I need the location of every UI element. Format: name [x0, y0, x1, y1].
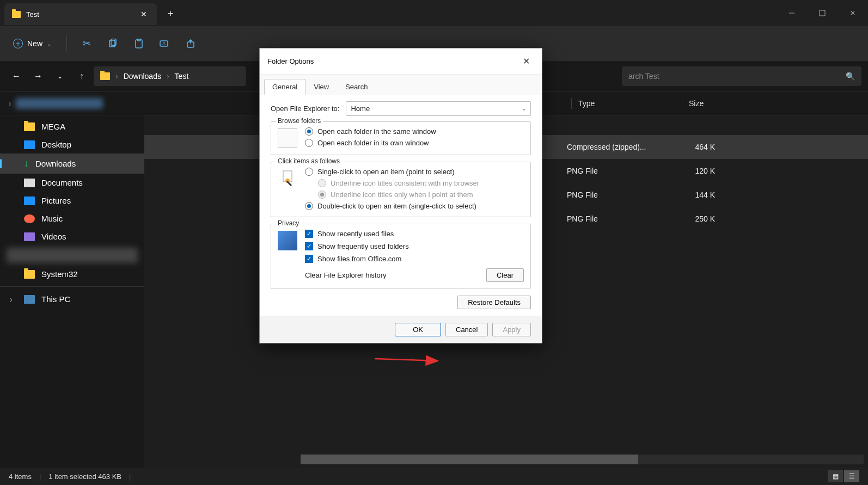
cut-icon[interactable]: ✂ [76, 33, 97, 54]
tab-view[interactable]: View [305, 79, 337, 95]
cancel-button[interactable]: Cancel [445, 323, 488, 336]
search-icon: 🔍 [846, 72, 855, 81]
open-to-label: Open File Explorer to: [271, 105, 339, 113]
clear-history-label: Clear File Explorer history [305, 271, 387, 279]
dialog-footer: OK Cancel Apply [260, 316, 542, 343]
music-icon [24, 214, 35, 223]
click-items-group: Click items as follows Single-click to o… [271, 162, 531, 217]
search-placeholder: arch Test [628, 72, 659, 81]
sidebar-item-thispc[interactable]: This PC [0, 290, 144, 308]
column-size[interactable]: Size [689, 99, 738, 108]
dialog-titlebar: Folder Options ✕ [260, 48, 542, 75]
svg-text:A: A [162, 41, 166, 46]
blurred-name [16, 98, 103, 109]
sidebar-item-documents[interactable]: Documents [0, 174, 144, 192]
new-label: New [27, 39, 42, 48]
breadcrumb[interactable]: › Downloads › Test [94, 66, 246, 86]
window-controls: ✕ [777, 0, 868, 26]
back-button[interactable]: ← [7, 66, 26, 86]
clear-button[interactable]: Clear [486, 268, 524, 282]
maximize-button[interactable] [807, 0, 838, 26]
column-type[interactable]: Type [578, 99, 682, 108]
folder-options-dialog: Folder Options ✕ General View Search Ope… [259, 48, 542, 343]
sidebar-item-videos[interactable]: Videos [0, 228, 144, 245]
dialog-body: Open File Explorer to: Home ⌄ Browse fol… [260, 95, 542, 316]
svg-rect-1 [820, 10, 825, 16]
close-tab-icon[interactable]: ✕ [138, 8, 149, 21]
apply-button[interactable]: Apply [492, 323, 531, 336]
horizontal-scrollbar[interactable] [301, 455, 864, 464]
sidebar-item-mega[interactable]: MEGA [0, 118, 144, 136]
restore-defaults-button[interactable]: Restore Defaults [457, 296, 531, 309]
new-button[interactable]: + New ⌄ [7, 34, 58, 53]
paste-icon[interactable] [128, 33, 150, 54]
folder-icon [24, 122, 35, 131]
browse-folders-group: Browse folders Open each folder in the s… [271, 121, 531, 155]
rename-icon[interactable]: A [154, 33, 176, 54]
checkbox-icon: ✓ [305, 255, 313, 263]
chevron-down-icon: ⌄ [47, 41, 51, 47]
check-recent-files[interactable]: ✓Show recently used files [305, 230, 524, 238]
dialog-title: Folder Options [267, 57, 314, 65]
privacy-icon [278, 231, 297, 250]
sidebar-item-desktop[interactable]: Desktop [0, 136, 144, 154]
view-thumbnails-button[interactable]: ▦ [828, 470, 843, 482]
sidebar-item-downloads[interactable]: ↓Downloads [0, 154, 144, 174]
sidebar-item-pictures[interactable]: Pictures [0, 192, 144, 210]
documents-icon [24, 179, 35, 187]
radio-single-click[interactable]: Single-click to open an item (point to s… [305, 168, 479, 176]
check-frequent-folders[interactable]: ✓Show frequently used folders [305, 242, 524, 250]
item-count: 4 items [9, 472, 32, 481]
radio-icon [305, 139, 313, 147]
forward-button[interactable]: → [28, 66, 48, 86]
ok-button[interactable]: OK [395, 323, 441, 336]
download-icon: ↓ [24, 158, 29, 169]
radio-underline-point: Underline icon titles only when I point … [318, 191, 479, 199]
radio-same-window[interactable]: Open each folder in the same window [305, 127, 436, 136]
checkbox-icon: ✓ [305, 242, 313, 250]
sidebar-item-music[interactable]: Music [0, 210, 144, 228]
copy-icon[interactable] [102, 33, 124, 54]
chevron-down-icon: ⌄ [522, 106, 526, 112]
radio-icon [318, 179, 326, 187]
open-to-select[interactable]: Home ⌄ [346, 101, 531, 116]
recent-dropdown[interactable]: ⌄ [50, 66, 70, 86]
tab-search[interactable]: Search [337, 79, 376, 95]
tab-test[interactable]: Test ✕ [4, 3, 157, 25]
search-input[interactable]: arch Test 🔍 [622, 66, 861, 86]
radio-icon [305, 168, 313, 176]
sidebar-separator [0, 286, 144, 287]
radio-double-click[interactable]: Double-click to open an item (single-cli… [305, 202, 479, 210]
chevron-icon: › [115, 72, 118, 81]
scrollbar-thumb[interactable] [301, 455, 638, 464]
selection-info: 1 item selected 463 KB [48, 472, 121, 481]
breadcrumb-test[interactable]: Test [175, 72, 189, 81]
titlebar: Test ✕ ＋ ✕ [0, 0, 868, 26]
minimize-button[interactable] [777, 0, 807, 26]
desktop-icon [24, 140, 35, 149]
radio-icon [305, 127, 313, 136]
share-icon[interactable] [180, 33, 202, 54]
view-toggle: ▦ ☰ [828, 470, 859, 482]
check-office-files[interactable]: ✓Show files from Office.com [305, 255, 524, 263]
close-window-button[interactable]: ✕ [838, 0, 868, 26]
plus-circle-icon: + [13, 39, 23, 48]
pictures-icon [24, 197, 35, 205]
folder-icon [24, 270, 35, 279]
sidebar-item-system32[interactable]: System32 [0, 265, 144, 283]
sidebar: MEGA Desktop ↓Downloads Documents Pictur… [0, 115, 144, 468]
chevron-icon: › [167, 72, 169, 81]
tab-general[interactable]: General [264, 79, 305, 95]
dialog-tabs: General View Search [260, 75, 542, 95]
click-legend: Click items as follows [276, 157, 342, 165]
videos-icon [24, 232, 35, 241]
folder-icon [12, 11, 21, 18]
privacy-legend: Privacy [276, 219, 301, 227]
breadcrumb-downloads[interactable]: Downloads [124, 72, 161, 81]
close-dialog-button[interactable]: ✕ [518, 54, 534, 69]
new-tab-button[interactable]: ＋ [157, 7, 184, 20]
up-button[interactable]: ↑ [72, 66, 91, 86]
radio-own-window[interactable]: Open each folder in its own window [305, 139, 436, 147]
view-details-button[interactable]: ☰ [844, 470, 859, 482]
browse-icon [278, 128, 297, 148]
